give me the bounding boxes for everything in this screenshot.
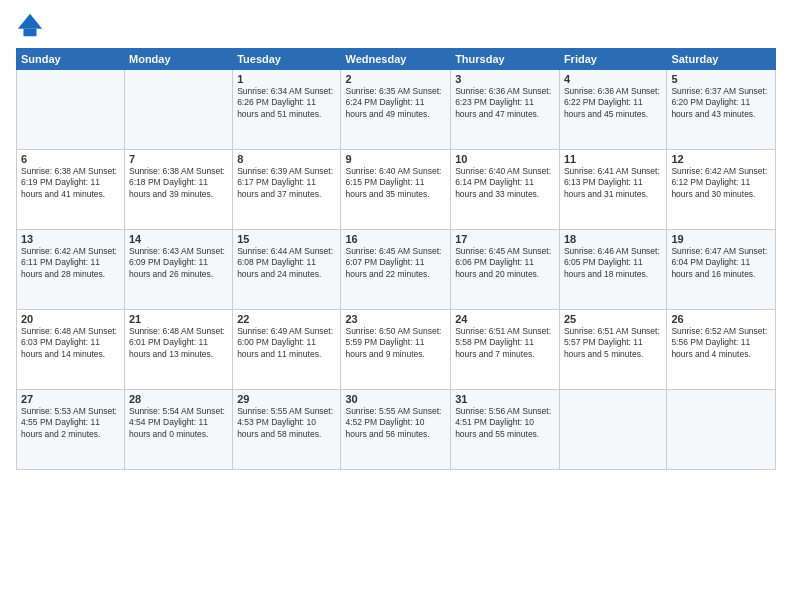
day-info: Sunrise: 6:52 AM Sunset: 5:56 PM Dayligh… [671, 326, 771, 360]
calendar-header: SundayMondayTuesdayWednesdayThursdayFrid… [17, 49, 776, 70]
page-container: SundayMondayTuesdayWednesdayThursdayFrid… [0, 0, 792, 612]
day-info: Sunrise: 6:40 AM Sunset: 6:15 PM Dayligh… [345, 166, 446, 200]
column-header-monday: Monday [125, 49, 233, 70]
day-number: 3 [455, 73, 555, 85]
day-number: 12 [671, 153, 771, 165]
page-header [16, 12, 776, 40]
svg-rect-1 [23, 29, 36, 36]
day-number: 4 [564, 73, 662, 85]
day-number: 10 [455, 153, 555, 165]
day-info: Sunrise: 6:42 AM Sunset: 6:12 PM Dayligh… [671, 166, 771, 200]
calendar-cell: 25Sunrise: 6:51 AM Sunset: 5:57 PM Dayli… [559, 310, 666, 390]
calendar-cell: 12Sunrise: 6:42 AM Sunset: 6:12 PM Dayli… [667, 150, 776, 230]
calendar-cell [125, 70, 233, 150]
day-number: 20 [21, 313, 120, 325]
calendar-body: 1Sunrise: 6:34 AM Sunset: 6:26 PM Daylig… [17, 70, 776, 470]
header-row: SundayMondayTuesdayWednesdayThursdayFrid… [17, 49, 776, 70]
day-info: Sunrise: 6:48 AM Sunset: 6:01 PM Dayligh… [129, 326, 228, 360]
day-info: Sunrise: 6:44 AM Sunset: 6:08 PM Dayligh… [237, 246, 336, 280]
day-number: 15 [237, 233, 336, 245]
day-info: Sunrise: 6:38 AM Sunset: 6:19 PM Dayligh… [21, 166, 120, 200]
calendar-cell: 14Sunrise: 6:43 AM Sunset: 6:09 PM Dayli… [125, 230, 233, 310]
day-number: 26 [671, 313, 771, 325]
day-number: 24 [455, 313, 555, 325]
day-info: Sunrise: 5:54 AM Sunset: 4:54 PM Dayligh… [129, 406, 228, 440]
column-header-friday: Friday [559, 49, 666, 70]
calendar-cell: 27Sunrise: 5:53 AM Sunset: 4:55 PM Dayli… [17, 390, 125, 470]
day-number: 13 [21, 233, 120, 245]
day-number: 16 [345, 233, 446, 245]
calendar-cell: 17Sunrise: 6:45 AM Sunset: 6:06 PM Dayli… [451, 230, 560, 310]
calendar-cell: 18Sunrise: 6:46 AM Sunset: 6:05 PM Dayli… [559, 230, 666, 310]
day-number: 25 [564, 313, 662, 325]
column-header-thursday: Thursday [451, 49, 560, 70]
day-info: Sunrise: 6:51 AM Sunset: 5:58 PM Dayligh… [455, 326, 555, 360]
calendar-cell: 23Sunrise: 6:50 AM Sunset: 5:59 PM Dayli… [341, 310, 451, 390]
day-number: 5 [671, 73, 771, 85]
calendar-cell: 11Sunrise: 6:41 AM Sunset: 6:13 PM Dayli… [559, 150, 666, 230]
calendar-cell: 16Sunrise: 6:45 AM Sunset: 6:07 PM Dayli… [341, 230, 451, 310]
day-number: 2 [345, 73, 446, 85]
calendar-table: SundayMondayTuesdayWednesdayThursdayFrid… [16, 48, 776, 470]
day-number: 21 [129, 313, 228, 325]
calendar-cell: 4Sunrise: 6:36 AM Sunset: 6:22 PM Daylig… [559, 70, 666, 150]
calendar-cell: 3Sunrise: 6:36 AM Sunset: 6:23 PM Daylig… [451, 70, 560, 150]
week-row-2: 6Sunrise: 6:38 AM Sunset: 6:19 PM Daylig… [17, 150, 776, 230]
day-number: 11 [564, 153, 662, 165]
day-info: Sunrise: 6:46 AM Sunset: 6:05 PM Dayligh… [564, 246, 662, 280]
week-row-4: 20Sunrise: 6:48 AM Sunset: 6:03 PM Dayli… [17, 310, 776, 390]
calendar-cell [17, 70, 125, 150]
column-header-sunday: Sunday [17, 49, 125, 70]
calendar-cell: 8Sunrise: 6:39 AM Sunset: 6:17 PM Daylig… [233, 150, 341, 230]
calendar-cell: 30Sunrise: 5:55 AM Sunset: 4:52 PM Dayli… [341, 390, 451, 470]
calendar-cell: 13Sunrise: 6:42 AM Sunset: 6:11 PM Dayli… [17, 230, 125, 310]
day-info: Sunrise: 6:45 AM Sunset: 6:07 PM Dayligh… [345, 246, 446, 280]
day-info: Sunrise: 6:41 AM Sunset: 6:13 PM Dayligh… [564, 166, 662, 200]
calendar-cell: 26Sunrise: 6:52 AM Sunset: 5:56 PM Dayli… [667, 310, 776, 390]
calendar-cell: 19Sunrise: 6:47 AM Sunset: 6:04 PM Dayli… [667, 230, 776, 310]
day-info: Sunrise: 6:36 AM Sunset: 6:23 PM Dayligh… [455, 86, 555, 120]
calendar-cell: 28Sunrise: 5:54 AM Sunset: 4:54 PM Dayli… [125, 390, 233, 470]
week-row-5: 27Sunrise: 5:53 AM Sunset: 4:55 PM Dayli… [17, 390, 776, 470]
day-info: Sunrise: 6:35 AM Sunset: 6:24 PM Dayligh… [345, 86, 446, 120]
calendar-cell [559, 390, 666, 470]
day-number: 17 [455, 233, 555, 245]
day-info: Sunrise: 6:38 AM Sunset: 6:18 PM Dayligh… [129, 166, 228, 200]
calendar-cell: 6Sunrise: 6:38 AM Sunset: 6:19 PM Daylig… [17, 150, 125, 230]
day-info: Sunrise: 5:55 AM Sunset: 4:53 PM Dayligh… [237, 406, 336, 440]
day-number: 28 [129, 393, 228, 405]
calendar-cell: 1Sunrise: 6:34 AM Sunset: 6:26 PM Daylig… [233, 70, 341, 150]
calendar-cell: 20Sunrise: 6:48 AM Sunset: 6:03 PM Dayli… [17, 310, 125, 390]
day-number: 8 [237, 153, 336, 165]
day-info: Sunrise: 6:39 AM Sunset: 6:17 PM Dayligh… [237, 166, 336, 200]
day-info: Sunrise: 5:53 AM Sunset: 4:55 PM Dayligh… [21, 406, 120, 440]
day-info: Sunrise: 5:56 AM Sunset: 4:51 PM Dayligh… [455, 406, 555, 440]
calendar-cell: 7Sunrise: 6:38 AM Sunset: 6:18 PM Daylig… [125, 150, 233, 230]
calendar-cell: 10Sunrise: 6:40 AM Sunset: 6:14 PM Dayli… [451, 150, 560, 230]
calendar-cell [667, 390, 776, 470]
column-header-wednesday: Wednesday [341, 49, 451, 70]
day-number: 19 [671, 233, 771, 245]
calendar-cell: 31Sunrise: 5:56 AM Sunset: 4:51 PM Dayli… [451, 390, 560, 470]
calendar-cell: 5Sunrise: 6:37 AM Sunset: 6:20 PM Daylig… [667, 70, 776, 150]
day-info: Sunrise: 6:49 AM Sunset: 6:00 PM Dayligh… [237, 326, 336, 360]
calendar-cell: 9Sunrise: 6:40 AM Sunset: 6:15 PM Daylig… [341, 150, 451, 230]
calendar-cell: 2Sunrise: 6:35 AM Sunset: 6:24 PM Daylig… [341, 70, 451, 150]
day-number: 9 [345, 153, 446, 165]
logo [16, 12, 48, 40]
day-number: 6 [21, 153, 120, 165]
calendar-cell: 24Sunrise: 6:51 AM Sunset: 5:58 PM Dayli… [451, 310, 560, 390]
day-info: Sunrise: 6:48 AM Sunset: 6:03 PM Dayligh… [21, 326, 120, 360]
day-info: Sunrise: 6:43 AM Sunset: 6:09 PM Dayligh… [129, 246, 228, 280]
day-info: Sunrise: 6:37 AM Sunset: 6:20 PM Dayligh… [671, 86, 771, 120]
week-row-3: 13Sunrise: 6:42 AM Sunset: 6:11 PM Dayli… [17, 230, 776, 310]
svg-marker-0 [18, 14, 42, 29]
day-number: 7 [129, 153, 228, 165]
day-number: 23 [345, 313, 446, 325]
calendar-cell: 29Sunrise: 5:55 AM Sunset: 4:53 PM Dayli… [233, 390, 341, 470]
day-number: 14 [129, 233, 228, 245]
day-info: Sunrise: 6:45 AM Sunset: 6:06 PM Dayligh… [455, 246, 555, 280]
week-row-1: 1Sunrise: 6:34 AM Sunset: 6:26 PM Daylig… [17, 70, 776, 150]
day-info: Sunrise: 6:36 AM Sunset: 6:22 PM Dayligh… [564, 86, 662, 120]
day-info: Sunrise: 6:42 AM Sunset: 6:11 PM Dayligh… [21, 246, 120, 280]
